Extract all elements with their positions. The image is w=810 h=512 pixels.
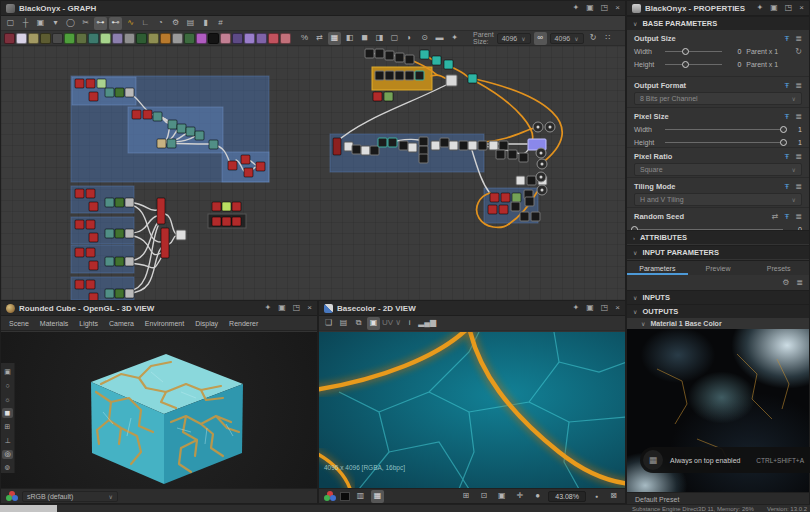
graph-node[interactable] <box>405 71 414 80</box>
graph-node[interactable] <box>105 198 114 207</box>
levels-node-icon[interactable] <box>148 33 159 44</box>
graph-node[interactable] <box>97 79 106 88</box>
graph-node[interactable] <box>89 92 98 101</box>
create-link-icon[interactable]: ∿ <box>124 17 137 30</box>
graph-node[interactable] <box>385 51 394 60</box>
graph-node[interactable] <box>365 49 374 58</box>
wireframe-icon[interactable]: ⊚ <box>2 463 13 473</box>
graph-node[interactable] <box>520 212 529 221</box>
parameter-menu-icon[interactable]: ≣ <box>795 213 802 221</box>
section-attributes[interactable]: ›ATTRIBUTES <box>627 230 809 244</box>
parameter-menu-icon[interactable]: ≣ <box>795 183 802 191</box>
pixel-ratio-dropdown[interactable]: Square∨ <box>634 163 802 176</box>
graph-node[interactable] <box>468 74 477 83</box>
graph-node[interactable] <box>499 205 508 214</box>
float-button[interactable]: ▣ <box>586 304 594 312</box>
graph-node[interactable] <box>488 205 497 214</box>
height-slider[interactable] <box>665 58 722 71</box>
graph-node[interactable] <box>176 230 186 240</box>
emboss-node-icon[interactable] <box>100 33 111 44</box>
timeline-icon[interactable]: ◔ <box>154 17 167 30</box>
warp-node-icon[interactable] <box>220 33 231 44</box>
tab-parameters[interactable]: Parameters <box>627 261 688 275</box>
pixel-height-value[interactable]: 1 <box>788 139 802 146</box>
graph-node[interactable] <box>244 168 253 177</box>
graph-node[interactable] <box>89 261 98 270</box>
screenshot-icon[interactable]: ▣ <box>34 17 47 30</box>
gradient-node-icon[interactable] <box>268 33 279 44</box>
pin-button[interactable]: ✦ <box>265 304 272 312</box>
text-node-icon[interactable] <box>208 33 219 44</box>
output-format-dropdown[interactable]: 8 Bits per Channel∨ <box>634 92 802 105</box>
graph-node[interactable] <box>511 202 520 211</box>
gradient-map-node-icon[interactable] <box>112 33 123 44</box>
parent-size-dropdown[interactable]: 4096∨ <box>497 33 531 44</box>
graph-node[interactable] <box>222 217 231 226</box>
graph-node[interactable] <box>75 248 84 257</box>
graph-node[interactable] <box>89 293 98 300</box>
curve-node-icon[interactable] <box>64 33 75 44</box>
graph-node[interactable] <box>446 75 457 86</box>
tiling-mode-dropdown[interactable]: H and V Tiling∨ <box>634 193 802 206</box>
elbow-link-icon[interactable]: ∟ <box>139 17 152 30</box>
graph-node[interactable] <box>105 257 114 266</box>
graph-node[interactable] <box>161 228 169 258</box>
compact-material-icon[interactable]: ⊷ <box>109 17 122 30</box>
material-base-color-row[interactable]: ∨Material 1 Base Color <box>627 318 809 329</box>
graph-node[interactable] <box>177 124 186 133</box>
color-channels-icon[interactable] <box>324 491 336 501</box>
graph-node[interactable] <box>373 92 382 101</box>
graph-node[interactable] <box>86 280 95 289</box>
blur-node-icon[interactable] <box>28 33 39 44</box>
graph-node[interactable] <box>361 146 370 155</box>
node-graph-canvas[interactable] <box>1 46 625 300</box>
maximize-button[interactable]: ◳ <box>785 4 793 12</box>
graph-node[interactable] <box>431 141 440 150</box>
graph-node[interactable] <box>75 220 84 229</box>
graph-node[interactable] <box>86 189 95 198</box>
zoom-icon[interactable]: ◯ <box>64 17 77 30</box>
blend-node-icon[interactable] <box>16 33 27 44</box>
graph-node[interactable] <box>375 49 384 58</box>
frame-left-icon[interactable]: ◧ <box>343 32 356 45</box>
graph-node[interactable] <box>525 197 534 206</box>
maximize-button[interactable]: ◳ <box>601 304 609 312</box>
view-2d-header[interactable]: Basecolor - 2D VIEW ✦ ▣ ◳ × <box>319 301 625 316</box>
expose-parameter-icon[interactable]: Ŧ <box>784 153 789 161</box>
shuffle-seed-icon[interactable]: ⇄ <box>772 213 779 221</box>
graph-node[interactable] <box>489 141 498 150</box>
relative-link-icon[interactable]: ⇄ <box>313 32 326 45</box>
ground-icon[interactable]: ◼ <box>2 408 13 418</box>
pixel-width-slider[interactable] <box>665 123 783 136</box>
copy-icon[interactable]: ⧉ <box>352 317 365 330</box>
tools-icon[interactable]: ⚙ <box>169 17 182 30</box>
graph-node[interactable] <box>75 280 84 289</box>
graph-node[interactable] <box>115 257 124 266</box>
graph-node[interactable] <box>105 289 114 298</box>
curvature-node-icon[interactable] <box>280 33 291 44</box>
expose-parameter-icon[interactable]: Ŧ <box>784 113 789 121</box>
graph-node[interactable] <box>125 289 134 298</box>
pin-node-icon[interactable]: ✦ <box>448 32 461 45</box>
menu-scene[interactable]: Scene <box>9 320 29 327</box>
dual-dot-icon[interactable]: ∷ <box>602 32 615 45</box>
normal-node-icon[interactable] <box>172 33 183 44</box>
frame-split-icon[interactable]: ◨ <box>373 32 386 45</box>
tab-preview[interactable]: Preview <box>688 261 749 275</box>
maximize-button[interactable]: ◳ <box>293 304 301 312</box>
close-button[interactable]: × <box>615 304 620 312</box>
cut-links-icon[interactable]: ✂ <box>79 17 92 30</box>
frame-icon[interactable]: ▣ <box>495 490 508 503</box>
zoom-out-dot[interactable]: ● <box>531 490 544 503</box>
graph-node[interactable] <box>143 110 152 119</box>
graph-node[interactable] <box>440 138 449 147</box>
properties-header[interactable]: BlackOnyx - PROPERTIES ✦ ▣ ◳ × <box>627 1 809 16</box>
graph-node[interactable] <box>478 141 487 150</box>
uniform-color-node-icon[interactable] <box>4 33 15 44</box>
graph-node[interactable] <box>395 53 404 62</box>
graph-node[interactable] <box>512 193 521 202</box>
width-value[interactable]: 0 <box>727 48 741 55</box>
graph-node[interactable] <box>232 217 241 226</box>
frame-fill-icon[interactable]: ◼ <box>358 32 371 45</box>
graph-node[interactable] <box>105 88 114 97</box>
